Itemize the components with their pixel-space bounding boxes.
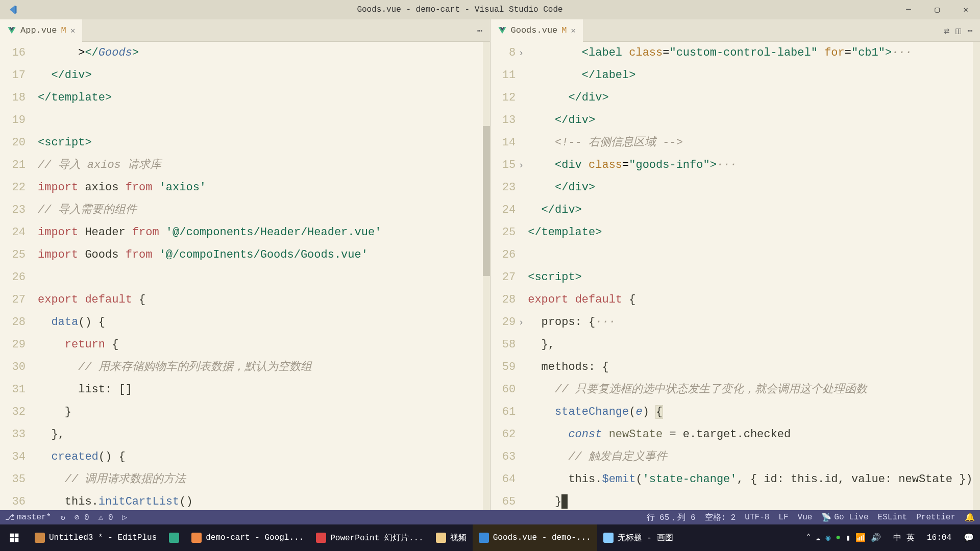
vscode-icon [479,533,489,543]
editplus-icon [35,533,45,543]
close-button[interactable]: ✕ [951,0,980,19]
git-branch[interactable]: ⎇master* [5,512,51,522]
indent-status[interactable]: 空格: 2 [705,512,736,523]
ime-status[interactable]: 中 英 [887,524,921,551]
code-area[interactable]: ></Goods> </div></template><script>// 导入… [36,42,483,510]
taskbar: Untitled3 * - EditPlusdemo-cart - Googl.… [0,524,980,551]
battery-icon[interactable]: ▮ [846,533,851,543]
editor-pane-right[interactable]: 8›1112131415›23242526272829›585960616263… [491,42,981,510]
minimize-button[interactable]: ─ [894,0,923,19]
ppt-icon [316,533,326,543]
more-icon[interactable]: ⋯ [967,25,973,36]
errors-count[interactable]: ⊘ 0 [75,512,89,522]
taskbar-item[interactable]: 视频 [430,524,473,551]
taskbar-item[interactable] [163,524,185,551]
clock[interactable]: 16:04 [921,533,958,542]
minimap[interactable] [483,42,490,510]
svg-rect-1 [15,534,19,538]
split-icon[interactable]: ◫ [955,25,961,36]
window-title: Goods.vue - demo-cart - Visual Studio Co… [357,5,562,14]
start-button[interactable] [0,524,29,551]
av-icon[interactable]: ◉ [825,533,830,543]
tab-modified-indicator: M [61,26,66,35]
folder-icon [436,533,446,543]
vscode-logo-icon [0,5,26,15]
taskbar-item[interactable]: 无标题 - 画图 [597,524,679,551]
svg-rect-2 [10,538,14,542]
sync-button[interactable]: ↻ [60,512,65,522]
tab-label: Goods.vue [511,26,558,35]
prettier-status[interactable]: Prettier [916,513,955,522]
taskbar-item[interactable]: Untitled3 * - EditPlus [29,524,163,551]
debug-icon[interactable]: ▷ [122,512,128,522]
line-gutter: 1617181920212223242526272829303132333435… [0,42,36,510]
taskbar-item-label: Goods.vue - demo-... [493,533,591,542]
warnings-count[interactable]: ⚠ 0 [99,512,113,522]
scrollbar[interactable] [973,42,980,510]
more-icon[interactable]: ⋯ [477,25,483,36]
chevron-up-icon[interactable]: ˄ [806,533,811,543]
tab-goods-vue[interactable]: Goods.vue M ✕ [491,19,583,42]
maximize-button[interactable]: ▢ [923,0,951,19]
line-col[interactable]: 行 65，列 6 [647,512,696,523]
eol-status[interactable]: LF [778,513,788,522]
taskbar-item[interactable]: demo-cart - Googl... [185,524,310,551]
tab-label: App.vue [20,26,57,35]
tab-close-icon[interactable]: ✕ [571,26,576,36]
branch-icon: ⎇ [5,512,14,522]
title-bar: Goods.vue - demo-cart - Visual Studio Co… [0,0,980,19]
chrome-icon [191,533,202,543]
paint-icon [603,533,614,543]
fold-icon[interactable]: › [518,42,524,64]
editor-pane-left[interactable]: 1617181920212223242526272829303132333435… [0,42,491,510]
fold-icon[interactable]: › [518,154,524,177]
windows-icon [9,533,19,543]
taskbar-item-label: 视频 [450,533,467,543]
tabs-row: App.vue M ✕ ⋯ Goods.vue M ✕ ⇄ ◫ ⋯ [0,19,980,42]
edge-icon [169,533,179,543]
taskbar-item[interactable]: PowerPoint 幻灯片... [310,524,429,551]
code-area[interactable]: <label class="custom-control-label" for=… [526,42,972,510]
encoding-status[interactable]: UTF-8 [745,513,769,522]
tab-modified-indicator: M [561,26,567,35]
volume-icon[interactable]: 🔊 [871,533,881,543]
taskbar-item-label: demo-cart - Googl... [206,533,304,542]
svg-rect-0 [10,534,14,538]
wifi-icon[interactable]: 📶 [855,533,866,543]
system-tray[interactable]: ˄ ☁ ◉ ● ▮ 📶 🔊 [800,533,888,543]
compare-icon[interactable]: ⇄ [944,25,949,36]
taskbar-item[interactable]: Goods.vue - demo-... [473,524,597,551]
taskbar-item-label: Untitled3 * - EditPlus [49,533,157,542]
taskbar-item-label: PowerPoint 幻灯片... [330,533,423,543]
eslint-status[interactable]: ESLint [878,513,908,522]
line-gutter: 8›1112131415›23242526272829›585960616263… [491,42,526,510]
status-bar: ⎇master* ↻ ⊘ 0 ⚠ 0 ▷ 行 65，列 6 空格: 2 UTF-… [0,510,980,524]
svg-rect-3 [15,538,19,542]
taskbar-item-label: 无标题 - 画图 [618,533,673,543]
language-status[interactable]: Vue [798,513,813,522]
status-icon[interactable]: ● [836,533,841,542]
cloud-icon[interactable]: ☁ [816,533,821,543]
vue-icon [498,26,507,35]
tab-close-icon[interactable]: ✕ [70,26,76,36]
bell-icon[interactable]: 🔔 [965,512,975,522]
fold-icon[interactable]: › [518,311,524,334]
vue-icon [7,26,16,35]
tab-app-vue[interactable]: App.vue M ✕ [0,19,82,42]
notifications-button[interactable]: 💬 [958,524,980,551]
golive-button[interactable]: 📡 Go Live [821,512,868,522]
